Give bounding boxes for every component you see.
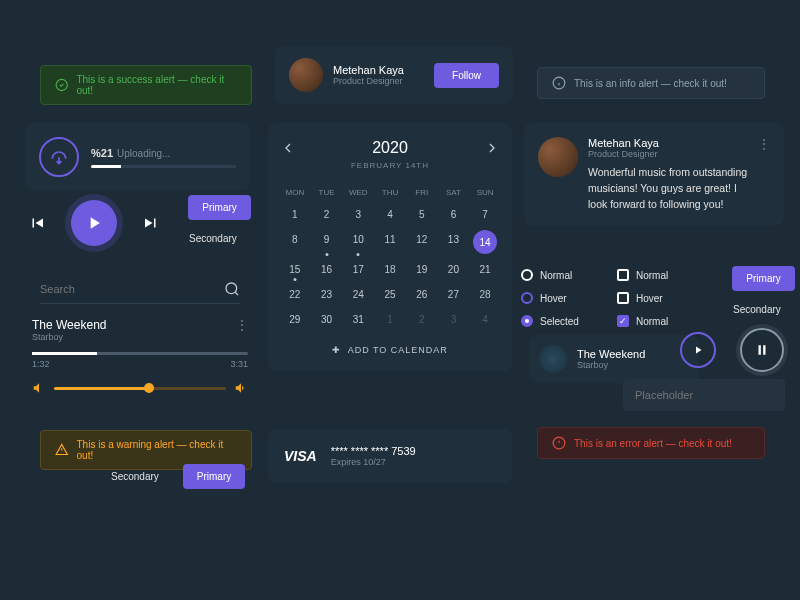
calendar-day[interactable]: 31 xyxy=(343,308,373,331)
radio-normal[interactable]: Normal xyxy=(521,269,579,281)
calendar-day[interactable]: 21 xyxy=(470,258,500,281)
comment-card: Metehan Kaya Product Designer Wonderful … xyxy=(524,123,784,226)
alert-success: This is a success alert — check it out! xyxy=(40,65,252,105)
play-button[interactable] xyxy=(71,200,117,246)
calendar-day[interactable]: 25 xyxy=(375,283,405,306)
calendar-dow: THU xyxy=(375,184,405,201)
volume-high-icon[interactable] xyxy=(234,381,248,395)
upload-percent: %21 xyxy=(91,147,113,159)
more-icon[interactable]: ⋮ xyxy=(236,318,248,332)
calendar-day[interactable]: 15 xyxy=(280,258,310,281)
radio-selected[interactable]: Selected xyxy=(521,315,579,327)
calendar-dow: TUE xyxy=(312,184,342,201)
skip-forward-button[interactable] xyxy=(139,211,163,235)
calendar-day[interactable]: 20 xyxy=(439,258,469,281)
calendar-day[interactable]: 12 xyxy=(407,228,437,256)
calendar-day[interactable]: 4 xyxy=(470,308,500,331)
calendar-day[interactable]: 13 xyxy=(439,228,469,256)
checkbox-hover[interactable]: Hover xyxy=(617,292,668,304)
info-circle-icon xyxy=(552,76,566,90)
calendar-day[interactable]: 7 xyxy=(470,203,500,226)
checkbox-group: Normal Hover ✓Normal xyxy=(617,269,668,327)
svg-line-5 xyxy=(235,292,238,295)
now-playing-card: The Weekend Starboy ⋮ 1:32 3:31 xyxy=(32,318,248,395)
radio-hover[interactable]: Hover xyxy=(521,292,579,304)
calendar-day[interactable]: 19 xyxy=(407,258,437,281)
card-number: **** **** **** 7539 xyxy=(331,445,416,457)
calendar-day[interactable]: 18 xyxy=(375,258,405,281)
calendar-day[interactable]: 3 xyxy=(439,308,469,331)
calendar-day[interactable]: 5 xyxy=(407,203,437,226)
visa-logo: VISA xyxy=(284,448,317,464)
alert-text: This is a warning alert — check it out! xyxy=(77,439,237,461)
payment-card: VISA **** **** **** 7539 Expires 10/27 xyxy=(268,429,512,483)
calendar-day[interactable]: 22 xyxy=(280,283,310,306)
profile-role: Product Designer xyxy=(333,76,424,86)
calendar-day[interactable]: 8 xyxy=(280,228,310,256)
calendar-day[interactable]: 6 xyxy=(439,203,469,226)
search-icon[interactable] xyxy=(224,281,240,297)
calendar-day[interactable]: 30 xyxy=(312,308,342,331)
alert-text: This is an info alert — check it out! xyxy=(574,78,727,89)
calendar-month: FEBRUARY 14TH xyxy=(280,161,500,170)
calendar-day[interactable]: 2 xyxy=(407,308,437,331)
play-ring-button[interactable] xyxy=(680,332,716,368)
calendar-day[interactable]: 27 xyxy=(439,283,469,306)
calendar-day[interactable]: 24 xyxy=(343,283,373,306)
chevron-left-icon[interactable] xyxy=(280,140,296,156)
button-group-3: Primary Secondary xyxy=(719,266,795,322)
cloud-upload-icon xyxy=(39,137,79,177)
primary-button[interactable]: Primary xyxy=(188,195,250,220)
secondary-button[interactable]: Secondary xyxy=(175,226,251,251)
card-expiry: Expires 10/27 xyxy=(331,457,416,467)
profile-info: Metehan Kaya Product Designer xyxy=(333,64,424,86)
more-icon[interactable]: ⋮ xyxy=(758,137,770,151)
calendar-day[interactable]: 29 xyxy=(280,308,310,331)
comment-role: Product Designer xyxy=(588,149,748,159)
radio-group: Normal Hover Selected xyxy=(521,269,579,327)
secondary-button[interactable]: Secondary xyxy=(95,462,175,491)
calendar-dow: SUN xyxy=(470,184,500,201)
chevron-right-icon[interactable] xyxy=(484,140,500,156)
button-group-2: Secondary Primary xyxy=(95,462,245,491)
volume-low-icon[interactable] xyxy=(32,381,46,395)
calendar-day[interactable]: 1 xyxy=(375,308,405,331)
calendar-day[interactable]: 2 xyxy=(312,203,342,226)
checkbox-normal[interactable]: Normal xyxy=(617,269,668,281)
calendar-day[interactable]: 17 xyxy=(343,258,373,281)
seek-bar[interactable] xyxy=(32,352,248,355)
comment-author: Metehan Kaya xyxy=(588,137,748,149)
checkbox-selected[interactable]: ✓Normal xyxy=(617,315,668,327)
calendar-day[interactable]: 16 xyxy=(312,258,342,281)
upload-label: Uploading... xyxy=(117,148,170,159)
calendar-day[interactable]: 23 xyxy=(312,283,342,306)
secondary-button[interactable]: Secondary xyxy=(719,297,795,322)
calendar-day[interactable]: 11 xyxy=(375,228,405,256)
upload-info: %21Uploading... xyxy=(91,147,236,168)
artist-name: Starboy xyxy=(32,332,107,342)
calendar-day[interactable]: 28 xyxy=(470,283,500,306)
skip-back-button[interactable] xyxy=(25,211,49,235)
calendar-day[interactable]: 10 xyxy=(343,228,373,256)
calendar: 2020 FEBRUARY 14TH MONTUEWEDTHUFRISATSUN… xyxy=(268,123,512,371)
add-to-calendar-button[interactable]: ✚ ADD TO CALENDAR xyxy=(280,345,500,355)
calendar-dow: FRI xyxy=(407,184,437,201)
profile-card: Metehan Kaya Product Designer Follow xyxy=(275,46,513,104)
primary-button[interactable]: Primary xyxy=(183,464,245,489)
placeholder-input[interactable] xyxy=(623,379,785,411)
pause-ring-button[interactable] xyxy=(740,328,784,372)
primary-button[interactable]: Primary xyxy=(732,266,794,291)
calendar-day[interactable]: 9 xyxy=(312,228,342,256)
search-field[interactable] xyxy=(40,281,240,304)
avatar xyxy=(289,58,323,92)
volume-slider[interactable] xyxy=(54,387,226,390)
calendar-day[interactable]: 1 xyxy=(280,203,310,226)
follow-button[interactable]: Follow xyxy=(434,63,499,88)
calendar-day[interactable]: 3 xyxy=(343,203,373,226)
time-current: 1:32 xyxy=(32,359,50,369)
calendar-day[interactable]: 4 xyxy=(375,203,405,226)
album-art xyxy=(539,345,567,373)
calendar-day-selected[interactable]: 14 xyxy=(473,230,497,254)
search-input[interactable] xyxy=(40,283,190,295)
calendar-day[interactable]: 26 xyxy=(407,283,437,306)
